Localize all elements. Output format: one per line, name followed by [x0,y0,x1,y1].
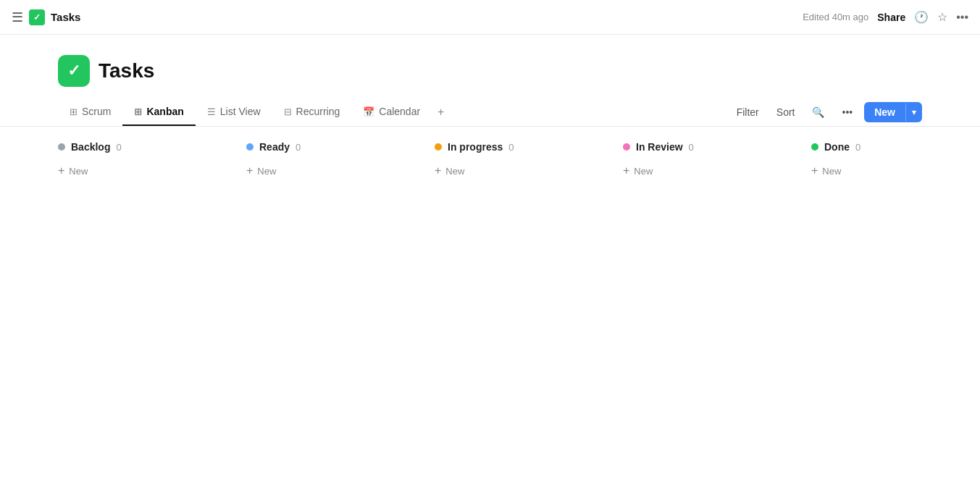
backlog-add-label: New [69,166,88,177]
backlog-count: 0 [116,142,121,153]
column-done-header: Done 0 [811,141,980,153]
ready-add-button[interactable]: + New [246,161,420,180]
column-ready: Ready 0 + New [246,141,435,180]
scrum-tab-label: Scrum [82,106,111,117]
recurring-tab-label: Recurring [296,106,340,117]
sort-button[interactable]: Sort [771,103,801,121]
scrum-tab-icon: ⊞ [70,106,78,117]
star-icon[interactable]: ☆ [937,10,947,24]
new-button-group[interactable]: New ▾ [864,102,922,122]
kanban-tab-icon: ⊞ [134,106,142,117]
done-title: Done [824,141,850,153]
page-logo-icon: ✓ [58,55,90,87]
tab-recurring[interactable]: ⊟ Recurring [272,98,352,126]
in-review-add-button[interactable]: + New [623,161,797,180]
in-review-count: 0 [689,142,694,153]
in-progress-add-icon: + [435,164,441,177]
navbar-title: Tasks [51,11,80,23]
column-in-review-header: In Review 0 [623,141,797,153]
add-tab-button[interactable]: + [432,98,450,126]
ready-title: Ready [259,141,290,153]
search-icon: 🔍 [812,106,824,118]
column-backlog: Backlog 0 + New [58,141,246,180]
done-add-button[interactable]: + New [811,161,980,180]
tab-list-view[interactable]: ☰ List View [196,98,272,126]
in-progress-title: In progress [448,141,503,153]
kanban-board: Backlog 0 + New Ready 0 + New In progres… [0,127,980,195]
list-tab-label: List View [220,106,261,117]
in-progress-add-button[interactable]: + New [435,161,608,180]
done-add-label: New [822,166,841,177]
ready-dot [246,143,254,151]
tab-calendar[interactable]: 📅 Calendar [351,98,432,126]
ready-count: 0 [296,142,301,153]
navbar-right: Edited 40m ago Share 🕐 ☆ ••• [803,10,968,24]
page-title: Tasks [99,59,154,83]
in-progress-add-label: New [445,166,464,177]
done-add-icon: + [811,164,818,177]
edited-timestamp: Edited 40m ago [803,12,868,22]
tab-kanban[interactable]: ⊞ Kanban [122,98,195,126]
backlog-add-button[interactable]: + New [58,161,232,180]
backlog-dot [58,143,65,151]
tabs-bar: ⊞ Scrum ⊞ Kanban ☰ List View ⊟ Recurring… [0,98,980,127]
column-ready-header: Ready 0 [246,141,420,153]
list-tab-icon: ☰ [207,106,216,117]
menu-icon[interactable]: ☰ [12,9,23,25]
history-icon[interactable]: 🕐 [914,10,929,24]
ready-add-label: New [257,166,276,177]
column-backlog-header: Backlog 0 [58,141,232,153]
in-review-add-icon: + [623,164,629,177]
page-header: ✓ Tasks [0,35,980,98]
in-progress-dot [435,143,442,151]
tab-scrum[interactable]: ⊞ Scrum [58,98,122,126]
backlog-title: Backlog [71,141,110,153]
done-count: 0 [855,142,860,153]
backlog-add-icon: + [58,164,64,177]
new-button-chevron-icon[interactable]: ▾ [905,103,922,122]
new-button-label[interactable]: New [864,102,905,122]
more-toolbar-icon: ••• [842,106,853,118]
in-review-dot [623,143,630,151]
app-logo: ✓ [29,9,45,25]
in-review-title: In Review [636,141,683,153]
column-in-review: In Review 0 + New [623,141,811,180]
calendar-tab-icon: 📅 [363,106,374,117]
kanban-tab-label: Kanban [146,106,183,117]
toolbar: Filter Sort 🔍 ••• New ▾ [731,102,922,122]
navbar-left: ☰ ✓ Tasks [12,9,80,25]
ready-add-icon: + [246,164,253,177]
more-options-icon[interactable]: ••• [956,11,968,24]
more-toolbar-button[interactable]: ••• [836,103,858,121]
in-progress-count: 0 [508,142,514,153]
search-button[interactable]: 🔍 [806,103,830,121]
column-in-progress: In progress 0 + New [435,141,623,180]
tabs-left: ⊞ Scrum ⊞ Kanban ☰ List View ⊟ Recurring… [58,98,450,126]
navbar: ☰ ✓ Tasks Edited 40m ago Share 🕐 ☆ ••• [0,0,980,35]
recurring-tab-icon: ⊟ [284,106,292,117]
calendar-tab-label: Calendar [379,106,420,117]
share-button[interactable]: Share [877,12,905,23]
in-review-add-label: New [634,166,653,177]
done-dot [811,143,818,151]
filter-button[interactable]: Filter [731,103,765,121]
column-done: Done 0 + New [811,141,980,180]
column-in-progress-header: In progress 0 [435,141,608,153]
